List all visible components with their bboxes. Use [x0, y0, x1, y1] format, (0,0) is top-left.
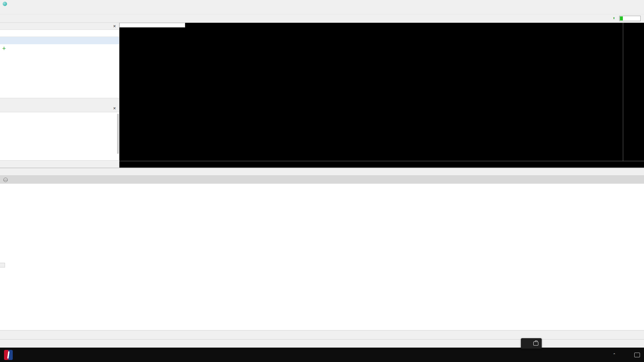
navigator-header: ✕	[0, 105, 119, 112]
tray-chevron-icon[interactable]: ⌃	[613, 353, 616, 357]
left-panel: ✕ ＋ ✕	[0, 23, 119, 168]
ime-toolbox-icon	[533, 342, 538, 346]
title-bar	[0, 0, 644, 7]
menu-bar	[0, 7, 644, 14]
toolbox-panel: —	[0, 168, 644, 330]
notification-center-icon[interactable]	[634, 353, 640, 357]
system-tray: ⌃	[613, 353, 644, 357]
taskbar-widget[interactable]	[0, 350, 19, 360]
history-summary-row: —	[0, 176, 644, 184]
connection-progress	[619, 16, 641, 21]
market-watch-symbol-row[interactable]	[0, 37, 119, 44]
candlestick-chart[interactable]	[119, 23, 220, 73]
market-watch-tabs	[0, 98, 119, 105]
nba-logo-icon	[4, 350, 13, 360]
market-watch-close-icon[interactable]: ✕	[112, 24, 117, 28]
chart-panel[interactable]	[119, 23, 644, 168]
toolbox-side-tab[interactable]	[0, 263, 5, 267]
navigator-scrollbar[interactable]	[117, 114, 119, 154]
toolbar: ⬆	[0, 14, 644, 23]
lvl-indicator[interactable]: ⬆	[613, 17, 615, 20]
market-watch-empty	[0, 52, 119, 98]
close-button[interactable]	[629, 0, 641, 7]
toolbox-tab-strip	[0, 330, 644, 339]
time-axis[interactable]	[119, 161, 644, 168]
history-table-header[interactable]	[0, 168, 644, 176]
navigator-close-icon[interactable]: ✕	[112, 106, 117, 111]
navigator-tabs	[0, 160, 119, 168]
status-bar	[0, 339, 644, 348]
plus-icon: ＋	[0, 45, 8, 51]
market-watch-add-row[interactable]: ＋	[0, 44, 119, 52]
windows-taskbar: ⌃	[0, 348, 644, 362]
navigator-tree	[0, 112, 119, 161]
price-axis[interactable]	[623, 23, 644, 161]
market-watch-columns	[0, 30, 119, 37]
ohlc-tooltip	[119, 23, 185, 27]
market-watch-header: ✕	[0, 23, 119, 30]
app-icon	[3, 2, 7, 6]
collapse-icon[interactable]: —	[3, 178, 8, 182]
ime-popup[interactable]	[521, 338, 542, 349]
minimize-button[interactable]	[602, 0, 614, 7]
maximize-button[interactable]	[615, 0, 628, 7]
